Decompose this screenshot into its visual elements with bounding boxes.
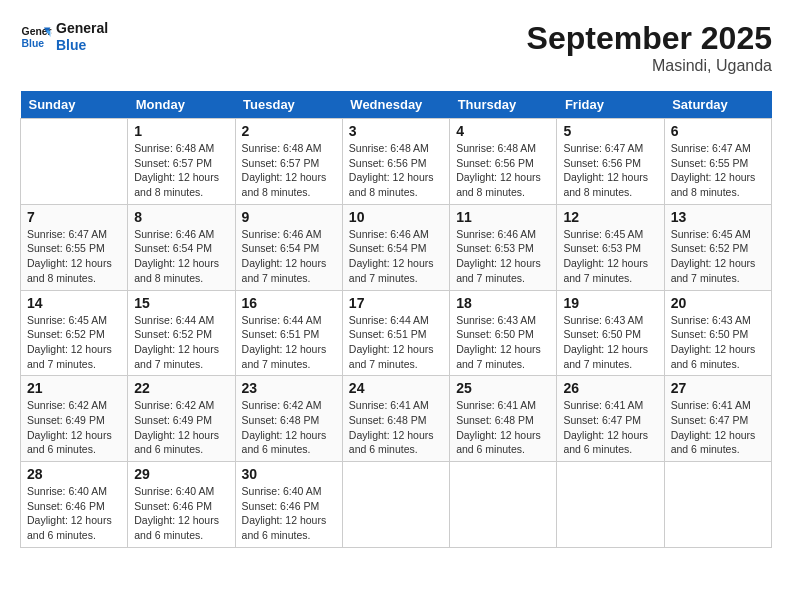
svg-text:Blue: Blue (22, 37, 45, 48)
cell-info: Sunrise: 6:43 AMSunset: 6:50 PMDaylight:… (563, 313, 657, 372)
cell-info: Sunrise: 6:47 AMSunset: 6:56 PMDaylight:… (563, 141, 657, 200)
day-header-friday: Friday (557, 91, 664, 119)
calendar-cell: 30Sunrise: 6:40 AMSunset: 6:46 PMDayligh… (235, 462, 342, 548)
cell-info: Sunrise: 6:42 AMSunset: 6:48 PMDaylight:… (242, 398, 336, 457)
calendar-cell: 5Sunrise: 6:47 AMSunset: 6:56 PMDaylight… (557, 119, 664, 205)
logo: General Blue General Blue (20, 20, 108, 54)
calendar-week-4: 21Sunrise: 6:42 AMSunset: 6:49 PMDayligh… (21, 376, 772, 462)
logo-general-text: General (56, 20, 108, 37)
cell-info: Sunrise: 6:43 AMSunset: 6:50 PMDaylight:… (671, 313, 765, 372)
cell-date: 26 (563, 380, 657, 396)
calendar-cell: 26Sunrise: 6:41 AMSunset: 6:47 PMDayligh… (557, 376, 664, 462)
cell-date: 27 (671, 380, 765, 396)
calendar-cell: 7Sunrise: 6:47 AMSunset: 6:55 PMDaylight… (21, 204, 128, 290)
calendar-cell (342, 462, 449, 548)
cell-info: Sunrise: 6:45 AMSunset: 6:52 PMDaylight:… (27, 313, 121, 372)
cell-info: Sunrise: 6:42 AMSunset: 6:49 PMDaylight:… (134, 398, 228, 457)
cell-info: Sunrise: 6:41 AMSunset: 6:47 PMDaylight:… (563, 398, 657, 457)
cell-date: 30 (242, 466, 336, 482)
cell-date: 18 (456, 295, 550, 311)
logo-icon: General Blue (20, 21, 52, 53)
calendar-cell: 11Sunrise: 6:46 AMSunset: 6:53 PMDayligh… (450, 204, 557, 290)
cell-info: Sunrise: 6:42 AMSunset: 6:49 PMDaylight:… (27, 398, 121, 457)
cell-date: 9 (242, 209, 336, 225)
cell-date: 1 (134, 123, 228, 139)
cell-info: Sunrise: 6:44 AMSunset: 6:51 PMDaylight:… (242, 313, 336, 372)
calendar-cell: 6Sunrise: 6:47 AMSunset: 6:55 PMDaylight… (664, 119, 771, 205)
calendar-cell: 4Sunrise: 6:48 AMSunset: 6:56 PMDaylight… (450, 119, 557, 205)
cell-info: Sunrise: 6:46 AMSunset: 6:54 PMDaylight:… (242, 227, 336, 286)
calendar-cell: 1Sunrise: 6:48 AMSunset: 6:57 PMDaylight… (128, 119, 235, 205)
cell-date: 20 (671, 295, 765, 311)
calendar-week-5: 28Sunrise: 6:40 AMSunset: 6:46 PMDayligh… (21, 462, 772, 548)
cell-info: Sunrise: 6:41 AMSunset: 6:47 PMDaylight:… (671, 398, 765, 457)
cell-date: 29 (134, 466, 228, 482)
day-header-wednesday: Wednesday (342, 91, 449, 119)
calendar-header-row: SundayMondayTuesdayWednesdayThursdayFrid… (21, 91, 772, 119)
cell-date: 28 (27, 466, 121, 482)
day-header-tuesday: Tuesday (235, 91, 342, 119)
calendar-cell: 14Sunrise: 6:45 AMSunset: 6:52 PMDayligh… (21, 290, 128, 376)
cell-info: Sunrise: 6:41 AMSunset: 6:48 PMDaylight:… (349, 398, 443, 457)
calendar-cell: 25Sunrise: 6:41 AMSunset: 6:48 PMDayligh… (450, 376, 557, 462)
cell-date: 15 (134, 295, 228, 311)
cell-info: Sunrise: 6:45 AMSunset: 6:52 PMDaylight:… (671, 227, 765, 286)
calendar-cell: 24Sunrise: 6:41 AMSunset: 6:48 PMDayligh… (342, 376, 449, 462)
location: Masindi, Uganda (527, 57, 772, 75)
cell-date: 4 (456, 123, 550, 139)
cell-date: 5 (563, 123, 657, 139)
day-header-thursday: Thursday (450, 91, 557, 119)
cell-info: Sunrise: 6:46 AMSunset: 6:54 PMDaylight:… (134, 227, 228, 286)
calendar-cell: 23Sunrise: 6:42 AMSunset: 6:48 PMDayligh… (235, 376, 342, 462)
calendar-cell: 21Sunrise: 6:42 AMSunset: 6:49 PMDayligh… (21, 376, 128, 462)
cell-date: 7 (27, 209, 121, 225)
cell-date: 22 (134, 380, 228, 396)
cell-date: 25 (456, 380, 550, 396)
calendar-cell: 19Sunrise: 6:43 AMSunset: 6:50 PMDayligh… (557, 290, 664, 376)
cell-date: 17 (349, 295, 443, 311)
cell-date: 23 (242, 380, 336, 396)
calendar-cell: 10Sunrise: 6:46 AMSunset: 6:54 PMDayligh… (342, 204, 449, 290)
cell-info: Sunrise: 6:40 AMSunset: 6:46 PMDaylight:… (242, 484, 336, 543)
calendar-cell: 27Sunrise: 6:41 AMSunset: 6:47 PMDayligh… (664, 376, 771, 462)
calendar-cell: 15Sunrise: 6:44 AMSunset: 6:52 PMDayligh… (128, 290, 235, 376)
cell-info: Sunrise: 6:47 AMSunset: 6:55 PMDaylight:… (671, 141, 765, 200)
calendar-week-1: 1Sunrise: 6:48 AMSunset: 6:57 PMDaylight… (21, 119, 772, 205)
cell-info: Sunrise: 6:45 AMSunset: 6:53 PMDaylight:… (563, 227, 657, 286)
calendar-week-3: 14Sunrise: 6:45 AMSunset: 6:52 PMDayligh… (21, 290, 772, 376)
calendar-cell (557, 462, 664, 548)
cell-info: Sunrise: 6:40 AMSunset: 6:46 PMDaylight:… (134, 484, 228, 543)
cell-date: 13 (671, 209, 765, 225)
cell-date: 16 (242, 295, 336, 311)
calendar-cell: 12Sunrise: 6:45 AMSunset: 6:53 PMDayligh… (557, 204, 664, 290)
day-header-sunday: Sunday (21, 91, 128, 119)
day-header-monday: Monday (128, 91, 235, 119)
cell-info: Sunrise: 6:43 AMSunset: 6:50 PMDaylight:… (456, 313, 550, 372)
calendar-cell: 17Sunrise: 6:44 AMSunset: 6:51 PMDayligh… (342, 290, 449, 376)
cell-info: Sunrise: 6:44 AMSunset: 6:51 PMDaylight:… (349, 313, 443, 372)
cell-date: 8 (134, 209, 228, 225)
cell-info: Sunrise: 6:48 AMSunset: 6:56 PMDaylight:… (456, 141, 550, 200)
calendar-cell: 2Sunrise: 6:48 AMSunset: 6:57 PMDaylight… (235, 119, 342, 205)
page-header: General Blue General Blue September 2025… (20, 20, 772, 75)
cell-date: 19 (563, 295, 657, 311)
cell-date: 11 (456, 209, 550, 225)
calendar-table: SundayMondayTuesdayWednesdayThursdayFrid… (20, 91, 772, 548)
logo-blue-text: Blue (56, 37, 108, 54)
calendar-week-2: 7Sunrise: 6:47 AMSunset: 6:55 PMDaylight… (21, 204, 772, 290)
cell-info: Sunrise: 6:48 AMSunset: 6:57 PMDaylight:… (242, 141, 336, 200)
cell-info: Sunrise: 6:48 AMSunset: 6:56 PMDaylight:… (349, 141, 443, 200)
cell-date: 21 (27, 380, 121, 396)
cell-info: Sunrise: 6:44 AMSunset: 6:52 PMDaylight:… (134, 313, 228, 372)
cell-date: 3 (349, 123, 443, 139)
cell-date: 12 (563, 209, 657, 225)
cell-info: Sunrise: 6:46 AMSunset: 6:54 PMDaylight:… (349, 227, 443, 286)
day-header-saturday: Saturday (664, 91, 771, 119)
calendar-cell (450, 462, 557, 548)
calendar-cell: 3Sunrise: 6:48 AMSunset: 6:56 PMDaylight… (342, 119, 449, 205)
calendar-cell: 29Sunrise: 6:40 AMSunset: 6:46 PMDayligh… (128, 462, 235, 548)
cell-info: Sunrise: 6:48 AMSunset: 6:57 PMDaylight:… (134, 141, 228, 200)
calendar-cell: 8Sunrise: 6:46 AMSunset: 6:54 PMDaylight… (128, 204, 235, 290)
cell-info: Sunrise: 6:47 AMSunset: 6:55 PMDaylight:… (27, 227, 121, 286)
cell-date: 6 (671, 123, 765, 139)
